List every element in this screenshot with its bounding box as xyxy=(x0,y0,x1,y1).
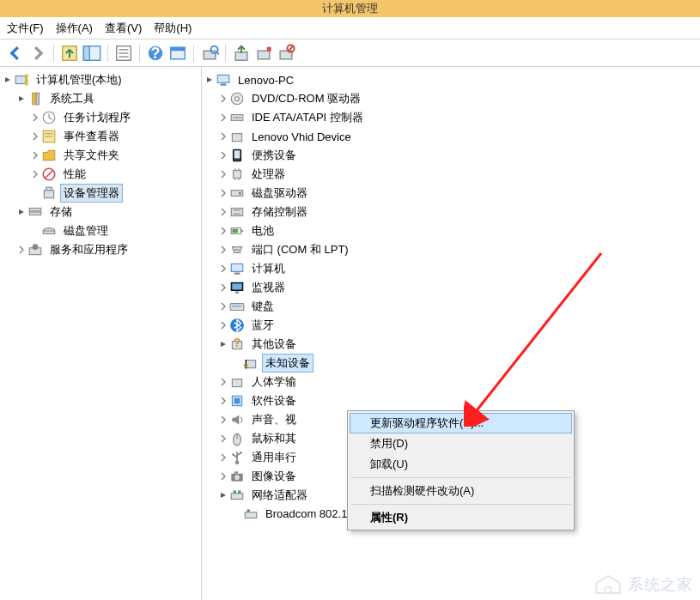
menu-help[interactable]: 帮助(H) xyxy=(154,21,192,36)
expand-icon[interactable] xyxy=(217,263,229,275)
svg-point-54 xyxy=(239,191,241,194)
tree-label: 图像设备 xyxy=(248,467,300,486)
device-ide[interactable]: IDE ATA/ATAPI 控制器 xyxy=(202,108,700,127)
device-monitor[interactable]: 监视器 xyxy=(202,278,700,297)
collapse-icon[interactable] xyxy=(217,338,229,350)
update-driver-button[interactable] xyxy=(231,43,252,64)
menu-view[interactable]: 查看(V) xyxy=(105,21,142,36)
scan-button[interactable] xyxy=(199,43,220,64)
context-scan[interactable]: 扫描检测硬件改动(A) xyxy=(350,481,572,501)
device-vhid[interactable]: Lenovo Vhid Device xyxy=(202,127,700,146)
svg-text:!: ! xyxy=(244,357,247,371)
toolbar-separator xyxy=(53,45,54,62)
svg-line-13 xyxy=(216,52,219,54)
expand-icon[interactable] xyxy=(217,395,229,407)
expand-icon[interactable] xyxy=(217,93,229,105)
collapse-icon[interactable] xyxy=(217,489,229,501)
up-button[interactable] xyxy=(59,43,80,64)
tree-task-scheduler[interactable]: 任务计划程序 xyxy=(0,108,201,127)
expand-icon[interactable] xyxy=(217,225,229,237)
software-device-icon xyxy=(229,393,245,409)
device-hid[interactable]: 人体学输 xyxy=(202,373,700,391)
tree-event-viewer[interactable]: 事件查看器 xyxy=(0,127,201,146)
back-button[interactable] xyxy=(5,43,26,64)
svg-rect-95 xyxy=(247,509,250,512)
tree-label: 声音、视 xyxy=(248,410,300,429)
tree-shared-folders[interactable]: 共享文件夹 xyxy=(0,146,201,165)
help-button[interactable]: ? xyxy=(145,43,166,64)
spacer-icon xyxy=(29,225,41,237)
forward-button[interactable] xyxy=(27,43,48,64)
svg-rect-22 xyxy=(36,93,39,105)
tree-root-computer-management[interactable]: 计算机管理(本地) xyxy=(0,70,201,89)
context-properties[interactable]: 属性(R) xyxy=(350,507,572,528)
device-unknown[interactable]: ! 未知设备 xyxy=(202,354,700,373)
collapse-icon[interactable] xyxy=(15,206,27,218)
show-hide-tree-button[interactable] xyxy=(82,43,102,64)
tree-label: 软件设备 xyxy=(248,391,300,410)
expand-icon[interactable] xyxy=(217,319,229,331)
menu-action[interactable]: 操作(A) xyxy=(56,21,93,36)
expand-icon[interactable] xyxy=(217,244,229,256)
device-processor[interactable]: 处理器 xyxy=(202,165,700,184)
tree-label: 鼠标和其 xyxy=(248,429,300,448)
expand-icon[interactable] xyxy=(15,244,27,256)
tree-device-manager[interactable]: 设备管理器 xyxy=(0,184,201,203)
expand-icon[interactable] xyxy=(217,300,229,312)
device-bluetooth[interactable]: 蓝牙 xyxy=(202,316,700,335)
context-disable[interactable]: 禁用(D) xyxy=(350,433,572,454)
expand-icon[interactable] xyxy=(217,187,229,199)
device-root[interactable]: Lenovo-PC xyxy=(202,70,700,89)
device-ports[interactable]: 端口 (COM 和 LPT) xyxy=(202,240,700,259)
expand-icon[interactable] xyxy=(217,470,229,482)
tree-storage[interactable]: 存储 xyxy=(0,203,201,221)
action-button[interactable] xyxy=(167,43,188,64)
expand-icon[interactable] xyxy=(217,282,229,294)
device-keyboard[interactable]: 键盘 xyxy=(202,297,700,316)
collapse-icon[interactable] xyxy=(2,74,14,86)
tree-label: 通用串行 xyxy=(248,448,300,467)
expand-icon[interactable] xyxy=(217,206,229,218)
svg-rect-32 xyxy=(29,212,41,215)
uninstall-button[interactable] xyxy=(253,43,274,64)
expand-icon[interactable] xyxy=(217,433,229,445)
tree-label: IDE ATA/ATAPI 控制器 xyxy=(248,108,367,127)
expand-icon[interactable] xyxy=(217,112,229,124)
tree-system-tools[interactable]: 系统工具 xyxy=(0,89,201,108)
svg-rect-71 xyxy=(234,306,236,307)
expand-icon[interactable] xyxy=(29,112,41,124)
expand-icon[interactable] xyxy=(217,168,229,180)
tree-performance[interactable]: 性能 xyxy=(0,165,201,184)
expand-icon[interactable] xyxy=(29,168,41,180)
svg-rect-55 xyxy=(231,209,243,216)
context-update-driver[interactable]: 更新驱动程序软件(P)... xyxy=(350,413,572,433)
collapse-icon[interactable] xyxy=(204,74,216,86)
device-software[interactable]: 软件设备 xyxy=(202,391,700,410)
device-disk-drives[interactable]: 磁盘驱动器 xyxy=(202,184,700,203)
disable-button[interactable] xyxy=(276,43,296,64)
properties-button[interactable] xyxy=(113,43,134,64)
menu-file[interactable]: 文件(F) xyxy=(7,21,44,36)
expand-icon[interactable] xyxy=(29,130,41,142)
device-battery[interactable]: 电池 xyxy=(202,221,700,240)
svg-rect-64 xyxy=(231,264,243,271)
context-uninstall[interactable]: 卸载(U) xyxy=(350,454,572,475)
tree-label: 共享文件夹 xyxy=(60,146,123,165)
expand-icon[interactable] xyxy=(217,130,229,142)
expand-icon[interactable] xyxy=(217,376,229,388)
tree-disk-management[interactable]: 磁盘管理 xyxy=(0,221,201,240)
expand-icon[interactable] xyxy=(29,149,41,161)
device-other-devices[interactable]: ? 其他设备 xyxy=(202,335,700,354)
tree-services-apps[interactable]: 服务和应用程序 xyxy=(0,240,201,259)
device-dvd[interactable]: DVD/CD-ROM 驱动器 xyxy=(202,89,700,108)
device-computer[interactable]: 计算机 xyxy=(202,259,700,278)
device-storage-ctrl[interactable]: 存储控制器 xyxy=(202,203,700,221)
expand-icon[interactable] xyxy=(217,414,229,426)
tree-label: 处理器 xyxy=(248,165,289,184)
collapse-icon[interactable] xyxy=(15,93,27,105)
tree-label: 设备管理器 xyxy=(60,184,123,203)
device-portable[interactable]: 便携设备 xyxy=(202,146,700,165)
expand-icon[interactable] xyxy=(217,452,229,464)
tree-label: 性能 xyxy=(60,165,89,184)
expand-icon[interactable] xyxy=(217,149,229,161)
